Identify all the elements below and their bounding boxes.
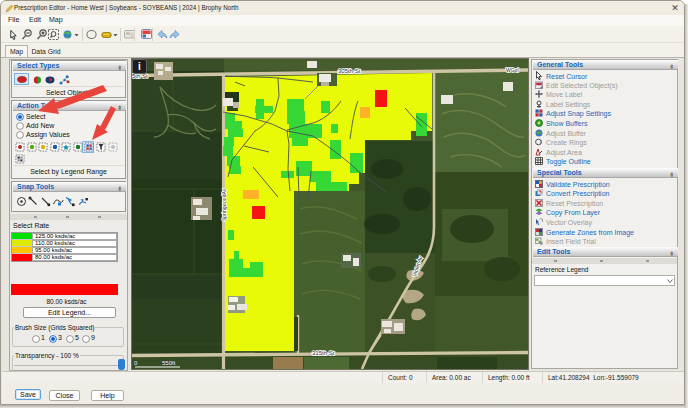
- svg-text:i: i: [138, 61, 141, 72]
- svg-text:WGol: WGol: [506, 67, 519, 73]
- svg-text:SpringwoodAv: SpringwoodAv: [221, 188, 227, 221]
- svg-text:550ft: 550ft: [162, 360, 176, 366]
- svg-text:305th St: 305th St: [338, 68, 361, 74]
- svg-text:315th St: 315th St: [312, 350, 335, 356]
